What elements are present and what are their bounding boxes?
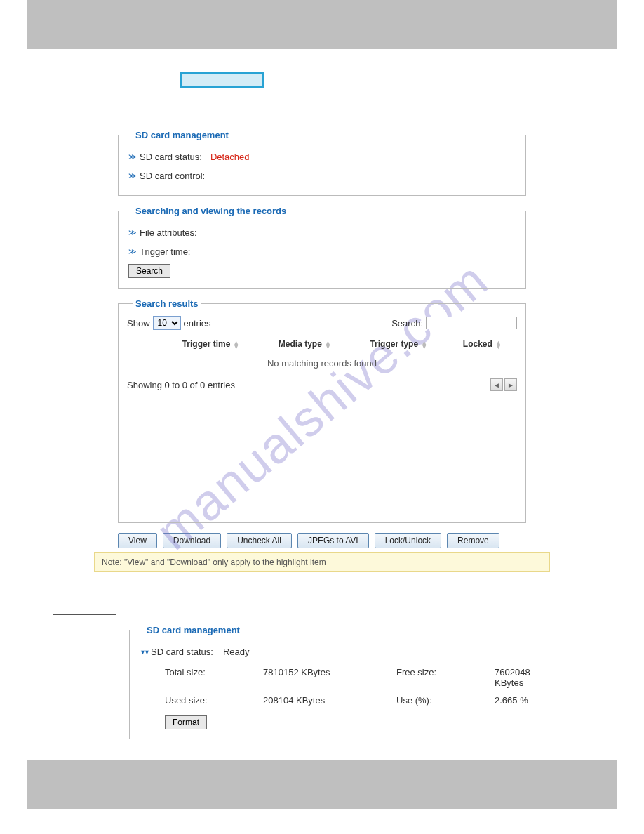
total-size-label: Total size: — [165, 667, 256, 688]
uncheck-all-button[interactable]: Uncheck All — [227, 533, 292, 548]
entries-select[interactable]: 10 — [153, 316, 181, 330]
bottom-banner — [27, 760, 617, 809]
used-size-value: 208104 KBytes — [263, 695, 389, 706]
col-media-type[interactable]: Media type▲▼ — [260, 336, 350, 352]
top-banner — [27, 0, 617, 49]
col-trigger-type[interactable]: Trigger type▲▼ — [350, 336, 448, 352]
download-button[interactable]: Download — [163, 533, 221, 548]
sd-status-label-2: SD card status: — [151, 647, 213, 657]
sd-control-label: SD card control: — [140, 171, 205, 181]
short-divider — [53, 614, 116, 615]
results-table: Trigger time▲▼ Media type▲▼ Trigger type… — [127, 336, 517, 352]
show-prefix: Show — [127, 318, 150, 329]
use-pct-value: 2.665 % — [495, 695, 530, 706]
trigger-time-label: Trigger time: — [140, 246, 190, 257]
chevron-down-icon: ▼▼ — [140, 649, 147, 656]
sd-status-label: SD card status: — [140, 152, 202, 162]
pager-prev[interactable]: ◄ — [490, 378, 503, 391]
search-button[interactable]: Search — [128, 264, 170, 278]
search-input[interactable] — [426, 317, 517, 329]
file-attr-label: File attributes: — [140, 227, 197, 238]
sd-status-value: Detached — [210, 152, 250, 162]
sd-status-value-2: Ready — [223, 647, 250, 657]
col-locked[interactable]: Locked▲▼ — [448, 336, 517, 352]
showing-text: Showing 0 to 0 of 0 entries — [127, 380, 235, 390]
search-records-section: Searching and viewing the records ≫ File… — [118, 206, 526, 289]
lock-unlock-button[interactable]: Lock/Unlock — [375, 533, 441, 548]
sort-icon: ▲▼ — [495, 340, 502, 349]
no-records-message: No matching records found — [127, 352, 517, 374]
show-suffix: entries — [184, 318, 211, 329]
bullet-icon: ≫ — [128, 171, 135, 180]
bullet-icon: ≫ — [128, 247, 135, 256]
search-label: Search: — [391, 318, 423, 329]
pager-next[interactable]: ► — [504, 378, 517, 391]
remove-button[interactable]: Remove — [447, 533, 499, 548]
search-results-section: Search results Show 10 entries Search: T… — [118, 298, 526, 523]
sort-icon: ▲▼ — [421, 340, 427, 349]
decorative-line — [260, 157, 299, 157]
col-empty[interactable] — [127, 336, 162, 352]
bullet-icon: ≫ — [128, 152, 135, 161]
legend-search-results: Search results — [133, 298, 201, 309]
used-size-label: Used size: — [165, 695, 256, 706]
sd-card-management-detached: SD card management ≫ SD card status: Det… — [118, 130, 526, 196]
sort-icon: ▲▼ — [233, 340, 239, 349]
jpegs-to-avi-button[interactable]: JPEGs to AVI — [297, 533, 369, 548]
sd-card-management-ready: SD card management ▼▼ SD card status: Re… — [129, 625, 539, 739]
view-button[interactable]: View — [118, 533, 157, 548]
bullet-icon: ≫ — [128, 228, 135, 237]
col-trigger-time[interactable]: Trigger time▲▼ — [162, 336, 260, 352]
total-size-value: 7810152 KBytes — [263, 667, 389, 688]
sort-icon: ▲▼ — [325, 340, 331, 349]
legend-sd-mgmt: SD card management — [133, 130, 232, 140]
free-size-label: Free size: — [396, 667, 488, 688]
free-size-value: 7602048 KBytes — [495, 667, 530, 688]
table-header-row: Trigger time▲▼ Media type▲▼ Trigger type… — [127, 336, 517, 352]
note-box: Note: "View" and "Download" only apply t… — [94, 552, 550, 572]
highlight-box — [180, 72, 264, 88]
use-pct-label: Use (%): — [396, 695, 488, 706]
legend-sd-mgmt-2: SD card management — [144, 625, 243, 635]
format-button[interactable]: Format — [165, 715, 207, 729]
legend-search-records: Searching and viewing the records — [133, 206, 289, 216]
